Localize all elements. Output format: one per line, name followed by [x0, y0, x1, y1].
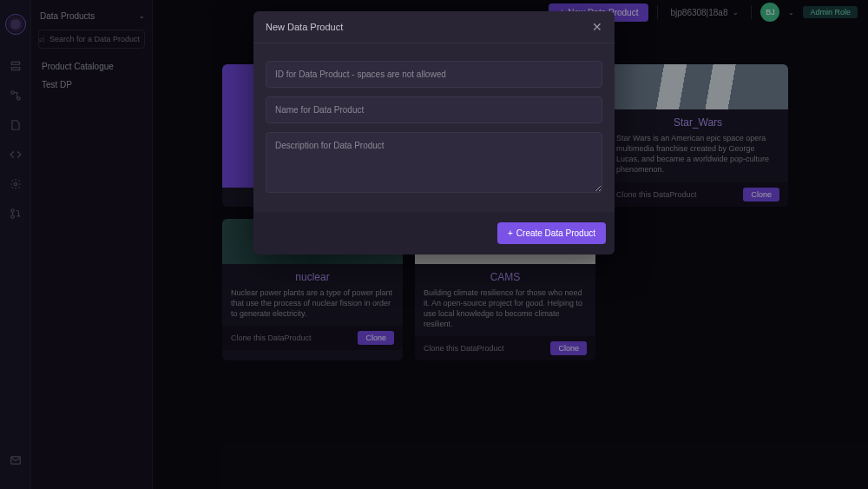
plus-icon: + — [508, 228, 513, 238]
dp-name-input[interactable] — [266, 96, 602, 123]
create-label: Create Data Product — [516, 228, 595, 238]
create-data-product-button[interactable]: + Create Data Product — [497, 222, 606, 244]
dp-id-input[interactable] — [266, 61, 602, 88]
new-data-product-modal: New Data Product ✕ + Create Data Product — [253, 11, 615, 254]
close-icon[interactable]: ✕ — [592, 20, 602, 34]
dp-description-input[interactable] — [266, 132, 602, 193]
modal-title: New Data Product — [266, 22, 343, 32]
